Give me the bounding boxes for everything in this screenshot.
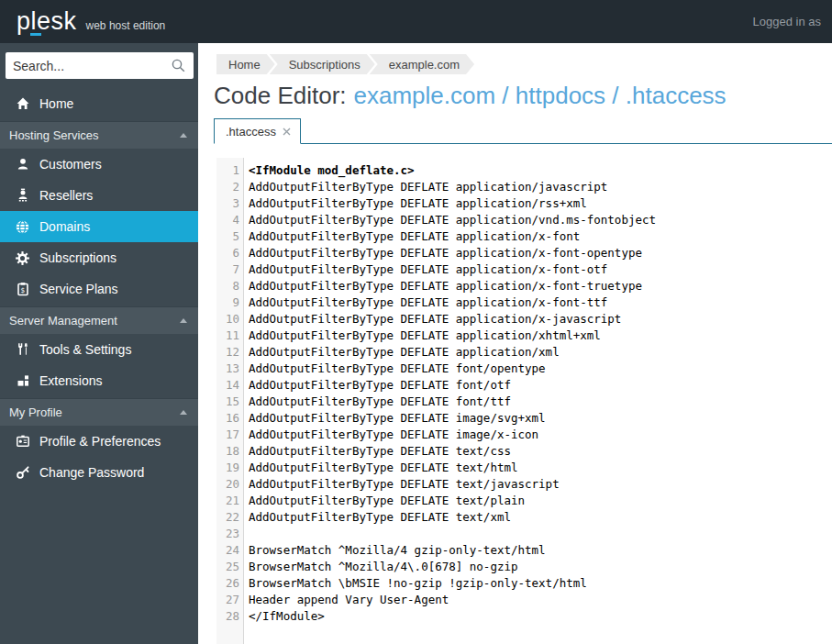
search-box <box>6 52 194 79</box>
sidebar-item-label: Domains <box>39 219 90 234</box>
clipboard-icon: $ <box>15 282 30 297</box>
code-line: <IfModule mod_deflate.c> <box>249 162 656 179</box>
line-number: 17 <box>216 427 239 443</box>
sidebar-section-label: My Profile <box>9 405 62 419</box>
sidebar-item-label: Extensions <box>39 373 102 388</box>
code-line: AddOutputFilterByType DEFLATE text/javas… <box>249 476 656 493</box>
sidebar-item-resellers[interactable]: Resellers <box>0 180 198 211</box>
line-number: 27 <box>216 592 239 608</box>
code-line <box>249 526 656 542</box>
plesk-logo[interactable]: plesk <box>17 7 77 36</box>
plesk-logo-text: plesk <box>17 7 77 35</box>
sidebar-item-extensions[interactable]: Extensions <box>0 365 198 396</box>
code-line: AddOutputFilterByType DEFLATE applicatio… <box>249 212 656 228</box>
chevron-up-icon <box>180 410 187 415</box>
chevron-up-icon <box>180 133 187 138</box>
sidebar-item-label: Change Password <box>39 465 144 480</box>
globe-icon <box>15 219 30 235</box>
sidebar-item-domains[interactable]: Domains <box>0 211 198 242</box>
line-number: 14 <box>216 377 239 394</box>
home-icon <box>15 96 30 112</box>
sidebar-item-label: Profile & Preferences <box>39 434 161 449</box>
page-title: Code Editor:example.com / httpdocs / .ht… <box>214 82 832 109</box>
line-number: 12 <box>216 344 239 361</box>
tab-label: .htaccess <box>226 125 276 139</box>
code-line: AddOutputFilterByType DEFLATE font/opent… <box>249 361 656 377</box>
code-line: BrowserMatch ^Mozilla/4 gzip-only-text/h… <box>249 542 656 559</box>
code-line: AddOutputFilterByType DEFLATE font/ttf <box>249 394 656 410</box>
line-number: 26 <box>216 575 239 592</box>
code-line: AddOutputFilterByType DEFLATE text/plain <box>249 493 656 509</box>
code-line: AddOutputFilterByType DEFLATE applicatio… <box>249 294 656 311</box>
sidebar-item-change-password[interactable]: Change Password <box>0 457 198 488</box>
blocks-icon <box>15 373 30 389</box>
code-line: AddOutputFilterByType DEFLATE applicatio… <box>249 195 656 212</box>
line-number: 4 <box>216 212 239 228</box>
code-line: AddOutputFilterByType DEFLATE applicatio… <box>249 245 656 261</box>
chevron-up-icon <box>180 318 187 323</box>
line-number: 10 <box>216 311 239 328</box>
breadcrumb-item-subscriptions[interactable]: Subscriptions <box>270 54 375 74</box>
line-number: 13 <box>216 361 239 377</box>
app-header: plesk web host edition Logged in as <box>0 0 832 43</box>
sidebar-section-server-management[interactable]: Server Management <box>0 306 198 334</box>
line-number: 5 <box>216 228 239 245</box>
code-line: BrowserMatch \bMSIE !no-gzip !gzip-only-… <box>249 575 656 592</box>
search-input[interactable] <box>13 59 165 73</box>
sidebar-item-tools-settings[interactable]: Tools & Settings <box>0 334 198 365</box>
key-icon <box>15 465 30 481</box>
tab-htaccess[interactable]: .htaccess <box>214 118 301 144</box>
sidebar: HomeHosting ServicesCustomersResellersDo… <box>0 43 198 644</box>
sidebar-item-label: Customers <box>39 157 102 172</box>
code-line: AddOutputFilterByType DEFLATE text/css <box>249 443 656 460</box>
line-number: 11 <box>216 328 239 344</box>
svg-text:$: $ <box>20 286 25 294</box>
line-number: 9 <box>216 294 239 311</box>
sidebar-section-hosting-services[interactable]: Hosting Services <box>0 121 198 149</box>
sidebar-item-label: Resellers <box>39 188 93 203</box>
line-number: 3 <box>216 195 239 212</box>
code-line: </IfModule> <box>249 608 656 625</box>
line-number: 21 <box>216 493 239 509</box>
sidebar-item-service-plans[interactable]: $Service Plans <box>0 273 198 305</box>
tab-close-icon[interactable] <box>283 127 291 136</box>
code-line: AddOutputFilterByType DEFLATE applicatio… <box>249 311 656 328</box>
sidebar-item-home[interactable]: Home <box>0 88 198 119</box>
page-title-prefix: Code Editor: <box>214 82 347 109</box>
line-number: 20 <box>216 476 239 493</box>
sidebar-item-label: Home <box>39 96 73 111</box>
sidebar-item-customers[interactable]: Customers <box>0 149 198 180</box>
line-number: 1 <box>216 162 239 179</box>
sidebar-item-subscriptions[interactable]: Subscriptions <box>0 242 198 273</box>
line-number: 6 <box>216 245 239 261</box>
breadcrumb-item-home[interactable]: Home <box>216 54 275 74</box>
code-content: <IfModule mod_deflate.c>AddOutputFilterB… <box>244 158 656 644</box>
search-icon[interactable] <box>171 58 186 73</box>
line-number: 18 <box>216 443 239 460</box>
line-number: 23 <box>216 526 239 542</box>
title-path-link[interactable]: example.com / httpdocs / .htaccess <box>354 82 727 109</box>
line-number-gutter: 1234567891011121314151617181920212223242… <box>216 158 244 644</box>
sidebar-section-my-profile[interactable]: My Profile <box>0 398 198 426</box>
code-line: AddOutputFilterByType DEFLATE applicatio… <box>249 344 656 361</box>
line-number: 28 <box>216 608 239 625</box>
line-number: 19 <box>216 460 239 476</box>
line-number: 7 <box>216 261 239 278</box>
line-number: 24 <box>216 542 239 559</box>
logged-in-status: Logged in as <box>753 15 823 28</box>
code-line: AddOutputFilterByType DEFLATE applicatio… <box>249 261 656 278</box>
code-editor[interactable]: 1234567891011121314151617181920212223242… <box>216 158 832 644</box>
code-line: AddOutputFilterByType DEFLATE applicatio… <box>249 278 656 294</box>
breadcrumb-item-domain[interactable]: example.com <box>370 54 474 74</box>
edition-label: web host edition <box>86 19 166 32</box>
code-line: AddOutputFilterByType DEFLATE text/html <box>249 460 656 476</box>
line-number: 25 <box>216 559 239 575</box>
person-badge-icon <box>15 188 30 204</box>
code-line: AddOutputFilterByType DEFLATE font/otf <box>249 377 656 394</box>
code-line: AddOutputFilterByType DEFLATE text/xml <box>249 509 656 526</box>
gear-icon <box>15 250 30 266</box>
sidebar-section-label: Server Management <box>9 314 117 328</box>
sidebar-item-profile-preferences[interactable]: Profile & Preferences <box>0 426 198 457</box>
code-line: Header append Vary User-Agent <box>249 592 656 608</box>
tab-bar: .htaccess <box>214 118 832 144</box>
